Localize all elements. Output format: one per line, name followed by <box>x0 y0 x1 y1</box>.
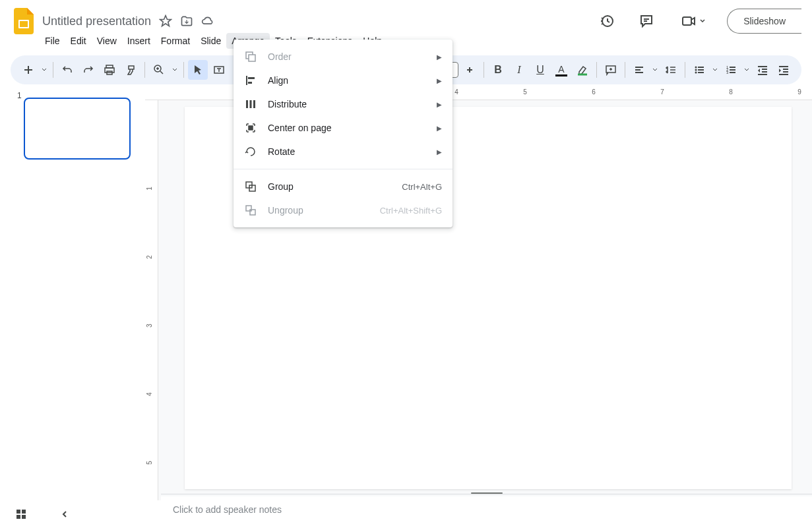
toolbar-separator <box>183 62 184 78</box>
menu-format[interactable]: Format <box>156 33 195 49</box>
toolbar-separator <box>596 62 597 78</box>
svg-rect-52 <box>16 515 20 519</box>
toolbar-separator <box>144 62 145 78</box>
print-button[interactable] <box>100 60 119 80</box>
dropdown-center[interactable]: Center on page ▶ <box>234 116 453 140</box>
header-right: Slideshow <box>594 8 801 34</box>
svg-rect-29 <box>635 72 643 73</box>
redo-button[interactable] <box>78 60 98 80</box>
cloud-icon[interactable] <box>201 15 214 28</box>
dropdown-rotate[interactable]: Rotate ▶ <box>234 140 453 163</box>
menu-slide[interactable]: Slide <box>195 33 226 49</box>
toolbar-separator <box>625 62 625 78</box>
svg-rect-34 <box>698 69 704 71</box>
history-icon[interactable] <box>594 8 620 34</box>
submenu-arrow-icon: ▶ <box>437 77 442 84</box>
svg-rect-27 <box>635 67 643 68</box>
increase-indent-button[interactable] <box>774 60 794 80</box>
document-title[interactable]: Untitled presentation <box>42 15 151 28</box>
ungroup-icon <box>244 204 257 217</box>
menu-insert[interactable]: Insert <box>122 33 156 49</box>
bullet-list-dropdown[interactable] <box>710 60 720 80</box>
svg-point-30 <box>695 67 697 69</box>
font-size-increase[interactable] <box>460 60 480 80</box>
svg-rect-8 <box>246 76 247 85</box>
toolbar-separator <box>685 62 685 78</box>
svg-rect-50 <box>16 510 20 514</box>
svg-rect-12 <box>250 100 252 108</box>
align-button[interactable] <box>629 60 649 80</box>
grid-view-button[interactable] <box>13 506 29 522</box>
star-icon[interactable] <box>159 15 172 28</box>
slide-thumbnail[interactable] <box>24 98 131 160</box>
submenu-arrow-icon: ▶ <box>437 53 442 61</box>
svg-point-31 <box>695 69 697 71</box>
line-spacing-button[interactable] <box>661 60 681 80</box>
numbered-list-dropdown[interactable] <box>742 60 751 80</box>
toolbar-separator <box>484 62 484 78</box>
align-dropdown[interactable] <box>650 60 660 80</box>
collapse-button[interactable] <box>57 506 73 522</box>
svg-rect-10 <box>248 82 252 84</box>
new-slide-dropdown[interactable] <box>40 60 49 80</box>
notes-drag-handle[interactable] <box>471 492 503 494</box>
vertical-ruler: 1 2 3 4 5 <box>145 100 158 500</box>
decrease-indent-button[interactable] <box>753 60 772 80</box>
dropdown-order: Order ▶ <box>234 45 453 69</box>
bullet-list-button[interactable] <box>689 60 709 80</box>
insert-comment-button[interactable] <box>601 60 621 80</box>
svg-rect-28 <box>635 69 640 71</box>
undo-button[interactable] <box>57 60 77 80</box>
dropdown-ungroup: Ungroup Ctrl+Alt+Shift+G <box>234 198 453 222</box>
svg-point-32 <box>695 72 697 74</box>
svg-rect-1 <box>20 21 28 27</box>
svg-rect-42 <box>758 66 767 67</box>
zoom-dropdown[interactable] <box>170 60 179 80</box>
submenu-arrow-icon: ▶ <box>437 101 442 108</box>
svg-rect-49 <box>779 74 788 75</box>
numbered-list-button[interactable]: 123 <box>721 60 741 80</box>
move-icon[interactable] <box>180 15 193 28</box>
slide-number: 1 <box>17 91 22 100</box>
align-icon <box>244 74 257 87</box>
italic-button[interactable]: I <box>509 60 529 80</box>
underline-button[interactable]: U <box>530 60 550 80</box>
submenu-arrow-icon: ▶ <box>437 148 442 156</box>
svg-rect-41 <box>730 72 735 73</box>
menu-file[interactable]: File <box>40 33 65 49</box>
group-icon <box>244 180 257 193</box>
svg-rect-9 <box>248 77 255 79</box>
menu-view[interactable]: View <box>92 33 122 49</box>
svg-rect-17 <box>246 206 251 211</box>
textbox-tool[interactable] <box>209 60 229 80</box>
dropdown-distribute[interactable]: Distribute ▶ <box>234 92 453 116</box>
paint-format-button[interactable] <box>121 60 141 80</box>
slideshow-button[interactable]: Slideshow <box>727 9 801 34</box>
meet-button[interactable] <box>673 8 714 34</box>
dropdown-divider <box>234 169 453 169</box>
distribute-icon <box>244 98 257 111</box>
zoom-button[interactable] <box>149 60 169 80</box>
slide-panel: 1 <box>0 87 145 500</box>
order-icon <box>244 50 257 63</box>
text-color-button[interactable]: A <box>551 60 571 80</box>
svg-rect-39 <box>730 67 735 68</box>
speaker-notes[interactable]: Click to add speaker notes <box>161 496 812 527</box>
svg-text:3: 3 <box>726 71 729 74</box>
svg-rect-18 <box>250 210 255 215</box>
select-tool[interactable] <box>188 60 208 80</box>
highlight-button[interactable] <box>573 60 592 80</box>
svg-rect-48 <box>783 71 788 73</box>
new-slide-button[interactable] <box>18 60 38 80</box>
svg-rect-45 <box>758 74 767 75</box>
svg-rect-44 <box>762 71 767 73</box>
rotate-icon <box>244 145 257 158</box>
bold-button[interactable]: B <box>488 60 508 80</box>
dropdown-align[interactable]: Align ▶ <box>234 69 453 92</box>
comments-icon[interactable] <box>633 8 660 34</box>
menu-edit[interactable]: Edit <box>65 33 92 49</box>
svg-rect-11 <box>246 100 248 108</box>
dropdown-group[interactable]: Group Ctrl+Alt+G <box>234 175 453 198</box>
chevron-down-icon <box>699 18 706 24</box>
bottom-bar <box>0 496 161 532</box>
